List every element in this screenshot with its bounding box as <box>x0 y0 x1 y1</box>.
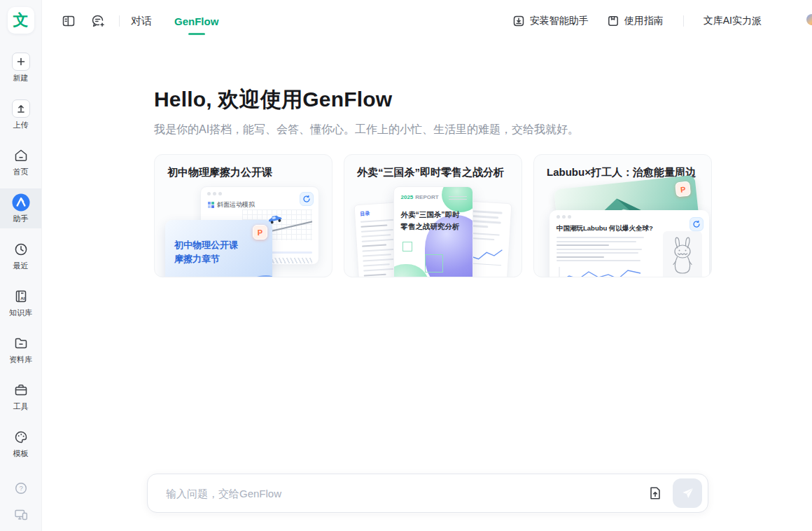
labubu-sketch <box>663 231 702 277</box>
svg-text:AI: AI <box>20 296 24 301</box>
tab-genflow[interactable]: GenFlow <box>173 15 220 27</box>
card-title: 外卖“三国杀”即时零售之战分析 <box>357 166 509 179</box>
avatar[interactable] <box>806 14 812 25</box>
composer <box>147 474 708 513</box>
sidebar-item-library[interactable]: 资料库 <box>0 329 41 369</box>
svg-text:?: ? <box>19 484 22 492</box>
guide-book-icon <box>607 15 620 27</box>
card-preview: P 中国潮玩Labubu 何以爆火全球? <box>547 186 699 277</box>
folder-icon <box>13 334 29 352</box>
preview-report-cover: 2025REPORT 外卖“三国杀”即时 零售之战研究分析 <box>393 186 473 277</box>
assistant-icon <box>11 193 31 212</box>
sidebar-nav: 新建 上传 首页 助手 最近 AI <box>0 48 41 470</box>
sidebar-item-tools[interactable]: 工具 <box>0 376 41 416</box>
user-guide-button[interactable]: 使用指南 <box>607 15 664 27</box>
file-upload-icon <box>648 485 663 501</box>
question-input[interactable] <box>164 487 642 500</box>
active-tab-underline <box>188 33 205 35</box>
new-chat-button[interactable] <box>87 10 109 32</box>
slide-title: 初中物理公开课 摩擦力章节 <box>174 238 272 266</box>
ppt-badge: P <box>253 225 267 240</box>
briefcase-icon <box>13 381 29 399</box>
page-subtitle: 我是你的AI搭档，能写、会答、懂你心。工作上的小忙、生活里的难题，交给我就好。 <box>154 123 812 137</box>
mini-line-chart <box>556 265 646 277</box>
card-physics-course[interactable]: 初中物理摩擦力公开课 斜面运动模拟 <box>154 154 332 277</box>
app-grid-icon <box>208 202 214 208</box>
header-actions: 安装智能助手 使用指南 文库AI实力派 <box>512 15 762 27</box>
devices-icon[interactable] <box>13 507 29 523</box>
panel-toggle-icon <box>62 14 76 28</box>
hero: Hello, 欢迎使用GenFlow 我是你的AI搭档，能写、会答、懂你心。工作… <box>154 87 812 137</box>
main-content: Hello, 欢迎使用GenFlow 我是你的AI搭档，能写、会答、懂你心。工作… <box>42 42 812 531</box>
tab-chat[interactable]: 对话 <box>130 15 153 28</box>
sidebar-item-assistant[interactable]: 助手 <box>0 188 41 228</box>
header-divider <box>683 15 684 27</box>
ppt-badge: P <box>675 181 691 197</box>
preview-document: 中国潮玩Labubu 何以爆火全球? <box>550 210 709 277</box>
window-dots <box>556 215 702 219</box>
card-preview: 斜面运动模拟 <box>167 186 319 277</box>
palette-icon <box>13 428 29 446</box>
knowledge-book-icon: AI <box>13 287 29 305</box>
home-icon <box>13 146 29 165</box>
share-link-icon <box>690 217 704 231</box>
sidebar-item-recent[interactable]: 最近 <box>0 235 41 275</box>
card-title: 初中物理摩擦力公开课 <box>167 166 319 179</box>
help-icon[interactable]: ? <box>14 481 28 496</box>
preview-slide: P 初中物理公开课 摩擦力章节 汇报人 <box>165 220 272 277</box>
paper-plane-icon <box>681 487 694 500</box>
suggestion-cards: 初中物理摩擦力公开课 斜面运动模拟 <box>154 154 712 277</box>
wenku-logo[interactable]: 文 <box>8 7 34 34</box>
install-assistant-button[interactable]: 安装智能助手 <box>512 15 589 27</box>
wenku-ai-link[interactable]: 文库AI实力派 <box>704 15 762 27</box>
sidebar-footer: ? <box>0 481 41 523</box>
sidebar-item-knowledge[interactable]: AI 知识库 <box>0 282 41 322</box>
top-header: 对话 GenFlow 安装智能助手 使用指南 文库AI实力派 <box>42 0 812 42</box>
send-button[interactable] <box>673 478 702 508</box>
sidebar-item-upload[interactable]: 上传 <box>0 95 41 135</box>
card-preview: 目录 <box>357 186 509 277</box>
clock-icon <box>13 240 29 258</box>
upload-icon <box>12 99 30 118</box>
sidebar-item-templates[interactable]: 模板 <box>0 423 41 463</box>
sidebar-item-new[interactable]: 新建 <box>0 48 41 88</box>
report-header: 2025REPORT <box>401 194 465 200</box>
sidebar: 文 新建 上传 首页 助手 <box>0 0 42 531</box>
share-link-icon <box>300 192 314 206</box>
header-divider <box>119 15 120 27</box>
card-delivery-analysis[interactable]: 外卖“三国杀”即时零售之战分析 目录 <box>344 154 522 277</box>
sidebar-item-home[interactable]: 首页 <box>0 142 41 181</box>
download-icon <box>512 15 525 27</box>
card-labubu-merch[interactable]: Labubu×打工人：治愈能量周边 P 中国潮玩Labubu 何以爆火全球? <box>533 154 712 277</box>
page-title: Hello, 欢迎使用GenFlow <box>154 87 812 112</box>
report-title: 外卖“三国杀”即时 零售之战研究分析 <box>401 209 465 233</box>
new-chat-icon <box>90 14 106 29</box>
plus-icon <box>12 53 30 71</box>
sidebar-toggle-button[interactable] <box>57 10 80 32</box>
attach-file-button[interactable] <box>642 480 668 506</box>
